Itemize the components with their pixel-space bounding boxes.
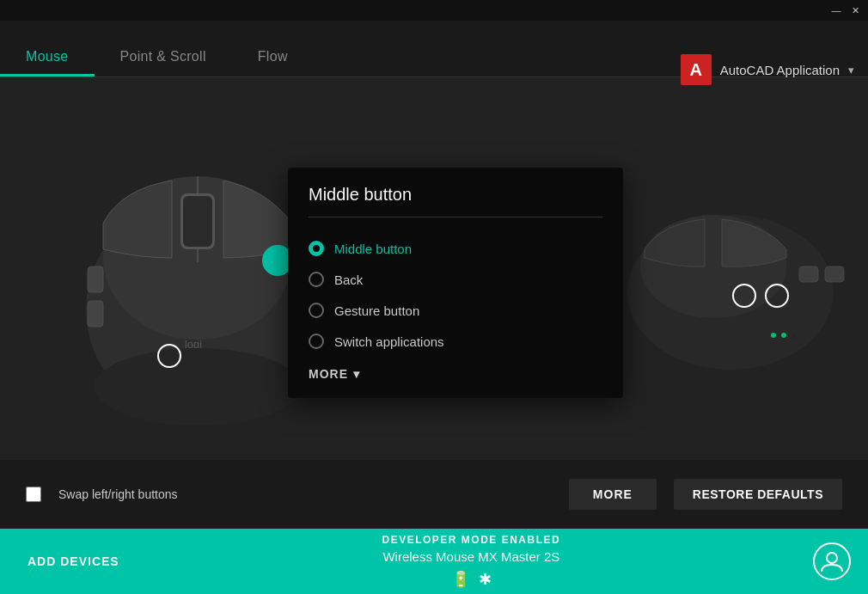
bluetooth-icon: ✱: [479, 570, 492, 589]
option-switch-applications[interactable]: Switch applications: [309, 326, 602, 357]
dropdown-title: Middle button: [309, 185, 602, 217]
option-middle-button[interactable]: Middle button: [309, 233, 602, 264]
swap-buttons-label: Swap left/right buttons: [58, 487, 552, 501]
tab-point-scroll[interactable]: Point & Scroll: [95, 49, 232, 77]
app-selector[interactable]: A AutoCAD Application ▾: [681, 41, 868, 98]
add-devices-button[interactable]: ADD DEVICES: [17, 548, 130, 575]
right-hotspot-1[interactable]: [732, 284, 756, 308]
svg-point-8: [95, 348, 301, 426]
app-icon: A: [681, 54, 712, 85]
user-avatar[interactable]: [813, 542, 851, 580]
app-name: AutoCAD Application: [720, 63, 840, 77]
svg-rect-6: [88, 301, 103, 327]
navigation: Mouse Point & Scroll Flow A AutoCAD Appl…: [0, 21, 868, 77]
radio-inner-dot: [313, 245, 320, 252]
device-status-icons: 🔋 ✱: [451, 570, 492, 589]
footer-controls: Swap left/right buttons MORE RESTORE DEF…: [0, 460, 868, 529]
left-hotspot[interactable]: [157, 344, 181, 368]
svg-point-10: [640, 215, 786, 318]
tab-flow[interactable]: Flow: [232, 49, 314, 77]
device-info: DEVELOPER MODE ENABLED Wireless Mouse MX…: [130, 534, 813, 589]
svg-rect-12: [825, 266, 844, 282]
dev-mode-label: DEVELOPER MODE ENABLED: [382, 534, 561, 546]
chevron-down-icon: ▾: [353, 367, 360, 381]
radio-middle-button: [309, 241, 324, 256]
swap-buttons-checkbox[interactable]: [26, 487, 41, 502]
chevron-down-icon: ▾: [848, 64, 854, 77]
svg-rect-4: [183, 196, 212, 247]
svg-point-16: [827, 553, 837, 563]
radio-switch-applications: [309, 334, 324, 349]
close-button[interactable]: ✕: [846, 2, 865, 19]
device-name: Wireless Mouse MX Master 2S: [382, 549, 559, 564]
restore-defaults-button[interactable]: RESTORE DEFAULTS: [674, 479, 842, 510]
titlebar: — ✕: [0, 0, 868, 21]
radio-back: [309, 272, 324, 287]
svg-point-13: [771, 333, 776, 338]
svg-rect-5: [88, 266, 103, 292]
dropdown-more-button[interactable]: MORE ▾: [309, 367, 602, 381]
svg-point-14: [781, 333, 786, 338]
middle-button-dropdown: Middle button Middle button Back Gesture…: [288, 168, 623, 398]
svg-rect-11: [799, 266, 818, 282]
radio-gesture-button: [309, 303, 324, 318]
bottom-bar: ADD DEVICES DEVELOPER MODE ENABLED Wirel…: [0, 529, 868, 594]
battery-icon: 🔋: [451, 570, 470, 589]
more-button[interactable]: MORE: [569, 479, 657, 510]
minimize-button[interactable]: —: [827, 2, 846, 19]
svg-point-15: [792, 333, 797, 338]
tab-mouse[interactable]: Mouse: [0, 49, 95, 77]
option-gesture-button[interactable]: Gesture button: [309, 295, 602, 326]
right-hotspot-2[interactable]: [765, 284, 789, 308]
option-back[interactable]: Back: [309, 264, 602, 295]
